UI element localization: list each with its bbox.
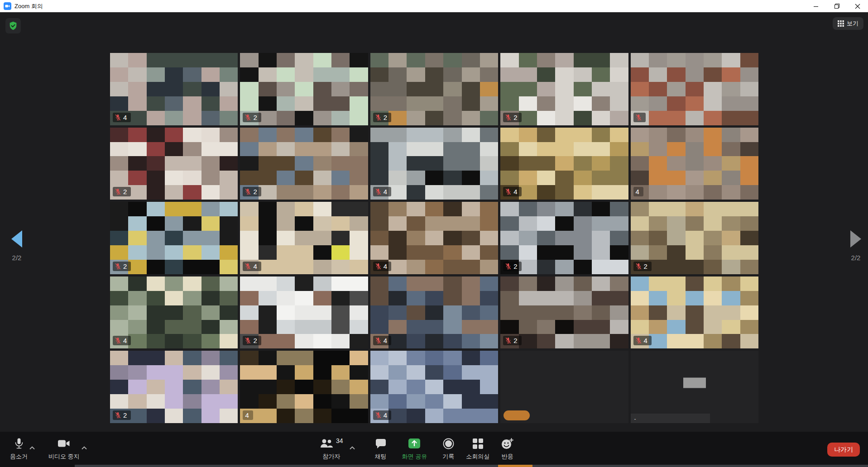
pixel-block: [388, 128, 407, 142]
mic-muted-icon: [115, 412, 121, 419]
pixel-block: [443, 260, 461, 274]
participants-button[interactable]: 34 참가자: [320, 432, 343, 461]
pixel-block: [407, 334, 425, 348]
video-tile[interactable]: [500, 351, 628, 423]
pixel-block: [147, 334, 165, 348]
pixel-block: [147, 380, 165, 394]
pixel-block: [443, 231, 461, 245]
video-tile[interactable]: -: [631, 351, 758, 423]
breakout-rooms-button[interactable]: 소회의실: [466, 432, 489, 461]
pixel-block: [704, 142, 722, 157]
pixel-block: [667, 67, 685, 82]
pixel-block: [183, 202, 201, 216]
pixel-block: [388, 142, 407, 157]
video-tile[interactable]: 2: [370, 53, 498, 125]
video-tile[interactable]: [631, 53, 758, 125]
participant-name-placeholder: [683, 377, 706, 388]
close-button[interactable]: [847, 0, 868, 12]
video-tile[interactable]: 2: [500, 202, 628, 274]
pixel-block: [350, 245, 368, 260]
video-tile[interactable]: 4: [370, 128, 498, 200]
pixel-block: [704, 53, 722, 67]
pixel-block: [201, 291, 220, 305]
pixel-block: [331, 216, 350, 231]
pixel-block: [425, 409, 443, 423]
pixel-block: [110, 276, 128, 291]
reactions-button[interactable]: 반응: [501, 432, 513, 461]
pixel-block: [388, 276, 407, 291]
video-tile[interactable]: 2: [500, 276, 628, 349]
pixel-block: [295, 365, 313, 380]
pixel-block: [649, 320, 667, 334]
video-tile[interactable]: 4: [370, 276, 498, 349]
video-options-chevron[interactable]: [80, 432, 89, 452]
video-tile[interactable]: 4: [110, 53, 238, 125]
participant-name-badge: 2: [243, 187, 261, 196]
video-tile[interactable]: 2: [240, 53, 368, 125]
record-button[interactable]: 기록: [442, 432, 454, 461]
pixel-block: [183, 128, 201, 142]
pixel-block: [462, 365, 480, 380]
video-tile[interactable]: 2: [110, 202, 238, 274]
pixel-block: [704, 320, 722, 334]
pixel-block: [443, 320, 461, 334]
video-tile[interactable]: 4: [370, 351, 498, 423]
video-tile[interactable]: 4: [370, 202, 498, 274]
share-screen-button[interactable]: 화면 공유: [402, 432, 427, 461]
leave-button[interactable]: 나가기: [827, 443, 860, 457]
next-page-button[interactable]: 2/2: [850, 230, 861, 262]
pixel-block: [537, 231, 555, 245]
pixel-block: [667, 202, 685, 216]
pixel-block: [443, 380, 461, 394]
pixel-block: [165, 305, 183, 320]
pixel-block: [331, 409, 350, 423]
pixel-block: [555, 202, 573, 216]
video-tile[interactable]: 2: [110, 128, 238, 200]
video-tile[interactable]: 4: [110, 276, 238, 349]
participants-options-chevron[interactable]: [343, 432, 357, 461]
view-button[interactable]: 보기: [833, 17, 863, 30]
pixel-block: [370, 380, 388, 394]
pixel-block: [240, 67, 258, 82]
pixel-block: [370, 142, 388, 157]
pixel-block: [201, 305, 220, 320]
pixel-block: [519, 156, 537, 171]
pixel-block: [110, 351, 128, 365]
stop-video-button[interactable]: 비디오 중지: [48, 432, 80, 461]
pixel-block: [183, 231, 201, 245]
pixel-block: [388, 409, 407, 423]
mute-options-chevron[interactable]: [28, 432, 37, 452]
pixel-block: [147, 111, 165, 125]
pixel-block: [331, 231, 350, 245]
video-tile[interactable]: 2: [110, 351, 238, 423]
video-tile[interactable]: 4: [631, 128, 758, 200]
video-tile[interactable]: 2: [631, 202, 758, 274]
video-tile[interactable]: 4: [240, 351, 368, 423]
pixel-block: [610, 305, 628, 320]
restore-button[interactable]: [826, 0, 847, 12]
pixel-block: [686, 96, 704, 111]
participant-name-badge: 4: [113, 113, 131, 122]
video-tile[interactable]: 2: [240, 276, 368, 349]
pixel-block: [407, 305, 425, 320]
previous-page-button[interactable]: 2/2: [11, 230, 22, 262]
video-tile[interactable]: 4: [631, 276, 758, 349]
mic-muted-icon: [505, 263, 511, 270]
pixel-block: [295, 142, 313, 157]
pixel-block: [667, 96, 685, 111]
pixel-block: [631, 67, 649, 82]
mute-button[interactable]: 음소거: [10, 432, 28, 461]
minimize-button[interactable]: [806, 0, 826, 12]
video-tile[interactable]: 2: [240, 128, 368, 200]
chat-button[interactable]: 채팅: [375, 432, 387, 461]
video-tile[interactable]: 2: [500, 53, 628, 125]
pixel-block: [425, 276, 443, 291]
pixel-block: [259, 53, 277, 67]
pixel-block: [201, 245, 220, 260]
video-tile[interactable]: 4: [240, 202, 368, 274]
security-button[interactable]: [5, 18, 21, 33]
pixel-block: [555, 96, 573, 111]
video-tile[interactable]: 4: [500, 128, 628, 200]
pixel-block: [740, 171, 758, 185]
pixel-block: [649, 260, 667, 274]
